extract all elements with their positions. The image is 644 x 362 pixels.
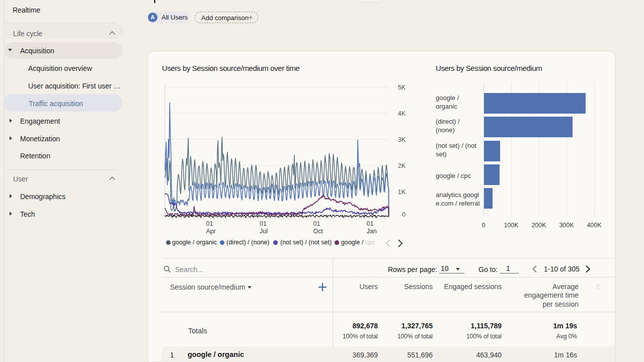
svg-text:2K: 2K (398, 162, 406, 169)
svg-text:Jan: Jan (367, 228, 377, 235)
svg-text:01: 01 (313, 220, 320, 227)
svg-text:0: 0 (402, 211, 406, 218)
svg-text:Jul: Jul (260, 228, 268, 235)
svg-text:5K: 5K (398, 84, 406, 91)
svg-text:01: 01 (260, 220, 267, 227)
svg-text:3K: 3K (398, 136, 406, 143)
svg-text:01: 01 (367, 220, 374, 227)
svg-text:Oct: Oct (313, 228, 324, 235)
svg-text:1K: 1K (398, 189, 406, 196)
svg-text:4K: 4K (398, 110, 406, 117)
svg-text:Apr: Apr (206, 228, 216, 235)
svg-text:01: 01 (206, 220, 213, 227)
